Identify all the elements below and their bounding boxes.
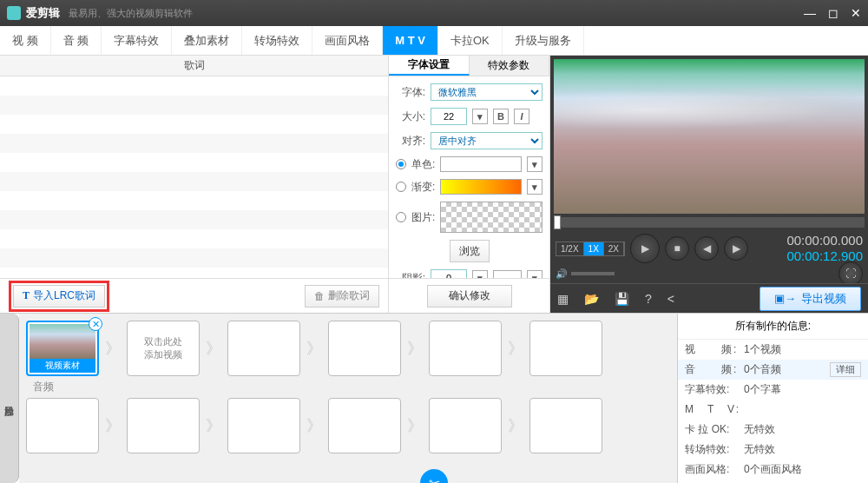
fullscreen-button[interactable]: ⛶ — [838, 261, 863, 286]
gradient-label: 渐变: — [411, 180, 435, 195]
app-slogan: 最易用、强大的视频剪辑软件 — [69, 7, 193, 20]
tab-0[interactable]: 视 频 — [0, 26, 51, 55]
new-icon[interactable]: ▦ — [557, 292, 569, 306]
audio-track-label: 音频 — [33, 380, 670, 394]
clip-thumbnail — [30, 324, 95, 359]
tab-3[interactable]: 叠加素材 — [172, 26, 242, 55]
gradient-swatch[interactable] — [440, 179, 522, 195]
trash-icon: 🗑 — [314, 290, 325, 302]
titlebar: 爱剪辑 最易用、强大的视频剪辑软件 — ◻ ✕ — [0, 0, 868, 26]
volume-control[interactable]: 🔊 — [556, 268, 615, 280]
delete-lyrics-label: 删除歌词 — [328, 288, 370, 303]
save-icon[interactable]: 💾 — [615, 292, 629, 306]
timeline: ✕ 视频素材 》 双击此处添加视频 》 》 》 》 音频 》 》 》 》 》 — [19, 314, 677, 483]
speed-toggle: 1/2X1X2X — [556, 242, 625, 256]
volume-icon: 🔊 — [556, 268, 568, 280]
speed-1X[interactable]: 1X — [584, 242, 604, 255]
tab-8[interactable]: 升级与服务 — [503, 26, 584, 55]
tab-5[interactable]: 画面风格 — [312, 26, 383, 55]
minimize-icon[interactable]: — — [804, 6, 816, 20]
export-button[interactable]: ▣→导出视频 — [760, 287, 861, 311]
grad-dropdown-icon[interactable]: ▾ — [527, 179, 542, 195]
picture-swatch[interactable] — [440, 202, 542, 233]
shadow-input[interactable] — [431, 269, 467, 278]
video-clip[interactable]: ✕ 视频素材 — [26, 321, 99, 376]
clip-remove-icon[interactable]: ✕ — [89, 317, 102, 331]
empty-clip[interactable] — [429, 398, 502, 453]
speed-1/2X[interactable]: 1/2X — [556, 242, 584, 255]
picture-label: 图片: — [411, 210, 435, 225]
maximize-icon[interactable]: ◻ — [828, 6, 838, 20]
empty-clip[interactable] — [127, 398, 200, 453]
close-icon[interactable]: ✕ — [851, 6, 861, 20]
color-dropdown-icon[interactable]: ▾ — [527, 156, 542, 172]
open-icon[interactable]: 📂 — [584, 292, 599, 306]
empty-clip[interactable] — [429, 321, 502, 376]
stop-button[interactable]: ■ — [665, 236, 689, 261]
next-button[interactable]: ▶ — [724, 236, 748, 261]
browse-button[interactable]: 浏览 — [450, 240, 490, 262]
size-input[interactable] — [431, 108, 467, 125]
empty-clip[interactable] — [529, 321, 602, 376]
size-label: 大小: — [396, 109, 425, 124]
shadow-color-swatch[interactable] — [493, 270, 522, 278]
empty-clip[interactable] — [227, 321, 300, 376]
arrow-icon: 》 — [102, 338, 123, 359]
help-icon[interactable]: ? — [645, 292, 652, 306]
picture-radio[interactable] — [396, 212, 406, 222]
font-subtab-0[interactable]: 字体设置 — [389, 56, 470, 76]
gradient-radio[interactable] — [396, 182, 406, 192]
app-logo-icon — [7, 6, 21, 20]
bold-button[interactable]: B — [493, 109, 509, 124]
added-clips-tab[interactable]: 已添加片段 — [0, 314, 19, 483]
italic-button[interactable]: I — [514, 109, 529, 124]
single-color-radio[interactable] — [396, 159, 406, 169]
font-subtabs: 字体设置特效参数 — [389, 56, 549, 76]
lyrics-panel: 歌词 T 导入LRC歌词 🗑 删除歌词 — [0, 56, 389, 313]
detail-button[interactable]: 详细 — [830, 362, 861, 377]
empty-clip[interactable]: 双击此处添加视频 — [127, 321, 200, 376]
delete-lyrics-button[interactable]: 🗑 删除歌词 — [305, 285, 379, 308]
info-row: 音 频:0个音频详细 — [678, 360, 868, 380]
tab-6[interactable]: M T V — [383, 26, 438, 55]
tab-4[interactable]: 转场特效 — [242, 26, 312, 55]
single-color-label: 单色: — [411, 157, 435, 172]
arrow-icon: 》 — [304, 338, 325, 359]
shadow-dropdown-icon[interactable]: ▾ — [472, 270, 488, 278]
empty-clip[interactable] — [328, 398, 401, 453]
info-row: 卡 拉 OK:无特效 — [678, 420, 868, 440]
share-icon[interactable]: < — [667, 292, 674, 306]
font-label: 字体: — [396, 85, 425, 100]
tab-2[interactable]: 字幕特效 — [102, 26, 172, 55]
tab-7[interactable]: 卡拉OK — [438, 26, 503, 55]
font-subtab-1[interactable]: 特效参数 — [470, 56, 550, 76]
confirm-button[interactable]: 确认修改 — [427, 285, 512, 308]
info-panel: 所有制作的信息: 视 频:1个视频音 频:0个音频详细字幕特效:0个字幕M T … — [677, 314, 868, 483]
prev-button[interactable]: ◀ — [694, 236, 719, 261]
empty-clip[interactable] — [26, 398, 99, 453]
align-select[interactable]: 居中对齐 — [431, 132, 542, 149]
size-dropdown-icon[interactable]: ▾ — [472, 109, 488, 124]
empty-clip[interactable] — [328, 321, 401, 376]
font-select[interactable]: 微软雅黑 — [431, 83, 542, 101]
scrubber-knob[interactable] — [554, 215, 561, 229]
import-lrc-button[interactable]: T 导入LRC歌词 — [13, 285, 105, 308]
single-color-swatch[interactable] — [440, 156, 522, 172]
arrow-icon: 》 — [203, 338, 224, 359]
empty-clip[interactable] — [529, 398, 602, 453]
shadow-color-dropdown-icon[interactable]: ▾ — [527, 270, 542, 278]
tab-1[interactable]: 音 频 — [51, 26, 102, 55]
info-row: M T V: — [678, 400, 868, 420]
timecode: 00:00:00.000 00:00:12.900 — [786, 233, 863, 264]
empty-clip[interactable] — [227, 398, 300, 453]
preview-video[interactable] — [554, 59, 865, 214]
shadow-label: 阴影: — [396, 271, 425, 279]
highlight-box: T 导入LRC歌词 — [9, 281, 109, 312]
scrubber[interactable] — [554, 217, 865, 228]
lyrics-list[interactable] — [0, 76, 388, 278]
info-row: 画面风格:0个画面风格 — [678, 460, 868, 480]
speed-2X[interactable]: 2X — [604, 242, 624, 255]
info-header: 所有制作的信息: — [678, 314, 868, 340]
play-button[interactable]: ▶ — [630, 234, 660, 263]
info-row: 叠加素材:0个素材 — [678, 480, 868, 483]
